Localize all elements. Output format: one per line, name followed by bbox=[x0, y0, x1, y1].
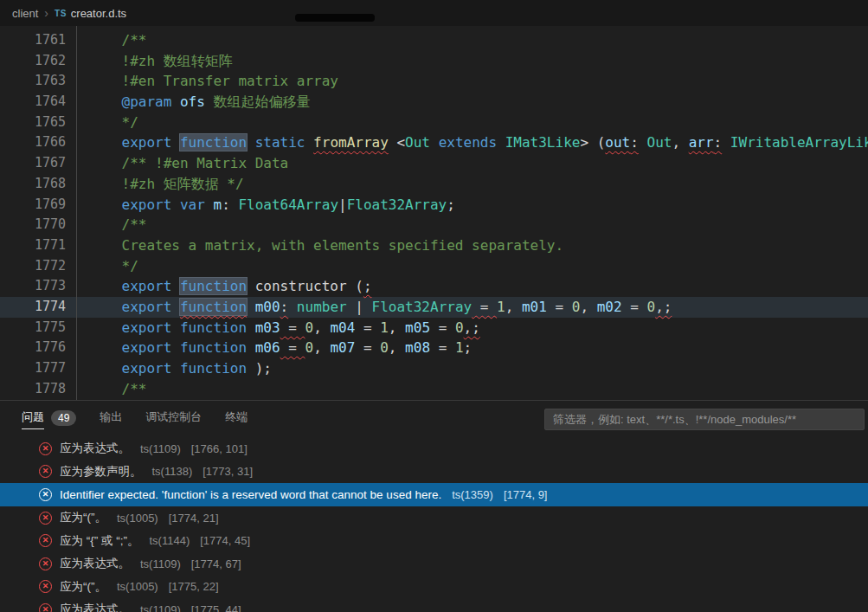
line-number[interactable]: 1765 bbox=[0, 113, 66, 133]
code-token: IWritableArrayLik bbox=[730, 134, 868, 151]
code-line[interactable]: 1764 @param ofs 数组起始偏移量 bbox=[0, 92, 868, 113]
line-number[interactable]: 1767 bbox=[0, 153, 66, 174]
code-line[interactable]: 1775 export function m03 = 0, m04 = 1, m… bbox=[0, 318, 868, 338]
code-token: = bbox=[430, 339, 455, 356]
error-icon: ✕ bbox=[39, 488, 52, 501]
code-token: export bbox=[122, 278, 172, 294]
error-icon: ✕ bbox=[39, 603, 52, 612]
code-line[interactable]: 1766 export function static fromArray <O… bbox=[0, 132, 868, 153]
code-token: , bbox=[580, 299, 596, 315]
code-token: , bbox=[389, 339, 405, 356]
problem-row[interactable]: ✕应为 “{” 或 “;”。ts(1144)[1774, 45] bbox=[0, 529, 868, 552]
line-number[interactable]: 1764 bbox=[0, 92, 66, 113]
code-token: ( bbox=[347, 278, 363, 294]
breadcrumb-file[interactable]: creator.d.ts bbox=[71, 7, 126, 20]
code-text: /** bbox=[66, 30, 146, 51]
code-line[interactable]: 1771 Creates a matrix, with elements spe… bbox=[0, 235, 868, 256]
line-number[interactable]: 1766 bbox=[0, 132, 66, 153]
line-number[interactable]: 1768 bbox=[0, 174, 66, 195]
code-token bbox=[171, 360, 180, 377]
code-token bbox=[171, 196, 180, 213]
code-lines: 1761 /**1762 !#zh 数组转矩阵1763 !#en Transfe… bbox=[0, 26, 868, 399]
code-token: < bbox=[389, 134, 405, 151]
line-number[interactable]: 1774 bbox=[0, 297, 66, 318]
code-token: 0 bbox=[455, 319, 464, 336]
line-number[interactable]: 1773 bbox=[0, 276, 66, 297]
problem-source: ts(1109) bbox=[140, 442, 181, 455]
code-line[interactable]: 1777 export function ); bbox=[0, 358, 868, 379]
tab-label: 问题 bbox=[22, 409, 44, 429]
code-line[interactable]: 1776 export function m06 = 0, m07 = 0, m… bbox=[0, 338, 868, 358]
code-line[interactable]: 1765 */ bbox=[0, 113, 868, 133]
code-token: : bbox=[714, 134, 723, 151]
line-number[interactable]: 1769 bbox=[0, 195, 66, 216]
code-line[interactable]: 1763 !#en Transfer matrix array bbox=[0, 71, 868, 92]
code-line[interactable]: 1770 /** bbox=[0, 215, 868, 235]
tab-output[interactable]: 输出 bbox=[100, 409, 122, 429]
code-token: : bbox=[280, 299, 289, 315]
code-token: m05 bbox=[405, 319, 430, 336]
code-token bbox=[497, 134, 505, 151]
floating-widget bbox=[295, 14, 375, 22]
code-text: /** bbox=[66, 379, 146, 400]
code-token: IMat3Like bbox=[505, 134, 581, 151]
problem-row[interactable]: ✕应为表达式。ts(1109)[1775, 44] bbox=[0, 598, 868, 612]
problem-message: 应为表达式。 bbox=[60, 441, 130, 456]
code-token: Float32Array bbox=[347, 196, 447, 213]
line-number[interactable]: 1777 bbox=[0, 358, 66, 379]
code-token: export bbox=[122, 196, 172, 213]
code-line[interactable]: 1767 /** !#en Matrix Data bbox=[0, 153, 868, 174]
line-number[interactable]: 1763 bbox=[0, 71, 66, 92]
line-number[interactable]: 1772 bbox=[0, 256, 66, 277]
indent bbox=[88, 258, 122, 274]
problem-location: [1775, 22] bbox=[169, 580, 219, 593]
line-number[interactable]: 1778 bbox=[0, 379, 66, 400]
code-token: export bbox=[122, 339, 172, 356]
code-line[interactable]: 1772 */ bbox=[0, 256, 868, 277]
chevron-right-icon: › bbox=[44, 6, 48, 20]
code-token bbox=[247, 134, 255, 151]
indent bbox=[88, 32, 122, 48]
code-token: function bbox=[180, 299, 247, 315]
code-line[interactable]: 1762 !#zh 数组转矩阵 bbox=[0, 51, 868, 72]
code-token: @param bbox=[122, 93, 172, 110]
code-token: 1 bbox=[455, 339, 464, 356]
problem-source: ts(1109) bbox=[140, 603, 181, 612]
problem-source: ts(1144) bbox=[150, 534, 190, 547]
code-line[interactable]: 1768 !#zh 矩阵数据 */ bbox=[0, 174, 868, 195]
breadcrumb-folder[interactable]: client bbox=[12, 7, 38, 20]
code-token bbox=[247, 319, 255, 336]
problems-count-badge: 49 bbox=[51, 410, 76, 426]
code-token bbox=[722, 134, 730, 151]
code-line[interactable]: 1761 /** bbox=[0, 30, 868, 51]
code-token: export bbox=[122, 134, 172, 151]
code-line[interactable]: 1769 export var m: Float64Array|Float32A… bbox=[0, 195, 868, 216]
problem-row[interactable]: ✕应为参数声明。ts(1138)[1773, 31] bbox=[0, 461, 868, 484]
problem-row[interactable]: ✕应为表达式。ts(1109)[1766, 101] bbox=[0, 437, 868, 461]
line-number[interactable]: 1762 bbox=[0, 51, 66, 72]
problem-row[interactable]: ✕应为表达式。ts(1109)[1774, 67] bbox=[0, 552, 868, 576]
tab-label: 终端 bbox=[225, 409, 248, 429]
problem-row[interactable]: ✕应为“(”。ts(1005)[1775, 22] bbox=[0, 576, 868, 599]
tab-terminal[interactable]: 终端 bbox=[225, 409, 248, 429]
line-number[interactable]: 1771 bbox=[0, 235, 66, 256]
error-icon: ✕ bbox=[39, 512, 52, 525]
line-number[interactable]: 1770 bbox=[0, 215, 66, 235]
code-token: fromArray bbox=[313, 134, 389, 151]
code-token: : bbox=[630, 134, 639, 151]
code-editor[interactable]: 1761 /**1762 !#zh 数组转矩阵1763 !#en Transfe… bbox=[0, 26, 868, 400]
code-line[interactable]: 1773 export function constructor (; bbox=[0, 276, 868, 297]
line-number[interactable]: 1775 bbox=[0, 318, 66, 338]
code-token: function bbox=[180, 134, 247, 151]
code-token bbox=[639, 134, 647, 151]
problem-row[interactable]: ✕应为“(”。ts(1005)[1774, 21] bbox=[0, 506, 868, 530]
code-line[interactable]: 1774 export function m00: number | Float… bbox=[0, 297, 868, 318]
code-text: !#zh 矩阵数据 */ bbox=[66, 174, 244, 195]
problem-row[interactable]: ✕Identifier expected. 'function' is a re… bbox=[0, 483, 868, 506]
line-number[interactable]: 1776 bbox=[0, 338, 66, 358]
code-line[interactable]: 1778 /** bbox=[0, 379, 868, 400]
tab-debug-console[interactable]: 调试控制台 bbox=[145, 409, 202, 429]
problems-filter-input[interactable] bbox=[544, 409, 865, 430]
tab-problems[interactable]: 问题 49 bbox=[22, 409, 76, 429]
line-number[interactable]: 1761 bbox=[0, 30, 66, 51]
